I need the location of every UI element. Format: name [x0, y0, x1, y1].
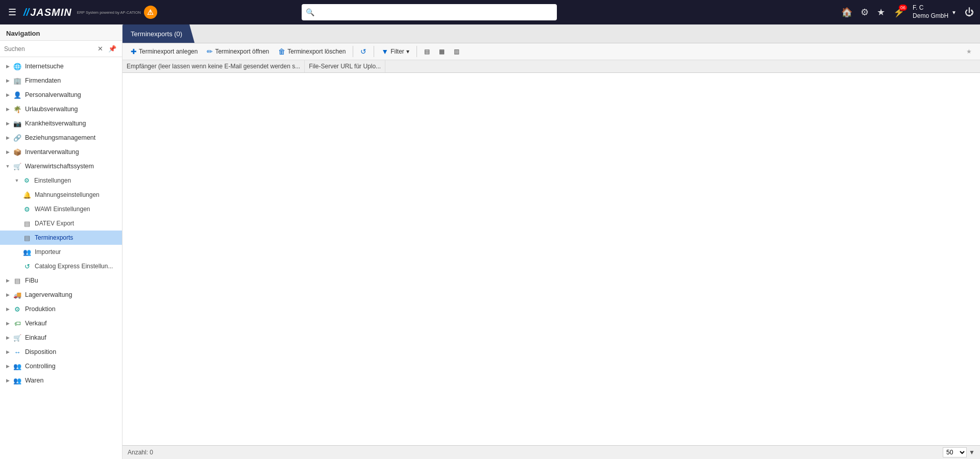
sidebar-item-einkauf[interactable]: ▶ 🛒 Einkauf	[0, 330, 122, 345]
sidebar-item-label: DATEV Export	[35, 220, 118, 227]
sidebar-item-label: Importeur	[35, 248, 118, 256]
chevron-icon: ▶	[5, 64, 10, 69]
favorite-button[interactable]: ★	[962, 46, 976, 57]
edit-label: Terminexport öffnen	[215, 48, 269, 55]
logo-name: JASMIN	[30, 7, 72, 18]
chevron-icon: ▶	[5, 321, 10, 326]
einstellungen-icon: ⚙	[22, 176, 31, 185]
hamburger-menu[interactable]: ☰	[6, 5, 18, 20]
view-list-button[interactable]: ▤	[420, 46, 434, 57]
sidebar-item-datev-export[interactable]: ▤ DATEV Export	[0, 216, 122, 231]
home-icon[interactable]: 🏠	[841, 7, 852, 18]
user-menu[interactable]: F. C Demo GmbH ▼	[913, 4, 957, 20]
edit-icon: ✏	[207, 47, 213, 56]
sidebar-item-internetsuche[interactable]: ▶ 🌐 Internetsuche	[0, 59, 122, 73]
favorites-icon[interactable]: ★	[877, 7, 885, 18]
tab-bar: Terminexports (0)	[122, 24, 980, 43]
tab-label: Terminexports (0)	[131, 30, 182, 38]
sidebar-item-warenwirtschaft[interactable]: ▼ 🛒 Warenwirtschaftssystem	[0, 159, 122, 173]
sidebar-item-krankheitsverwaltung[interactable]: ▶ 📷 Krankheitsverwaltung	[0, 116, 122, 131]
sidebar-item-label: Mahnungseinstellungen	[35, 191, 118, 198]
sidebar-item-verkauf[interactable]: ▶ 🏷 Verkauf	[0, 316, 122, 330]
waren-icon: 👥	[13, 376, 22, 385]
delete-button[interactable]: 🗑 Terminexport löschen	[274, 45, 350, 58]
settings-icon[interactable]: ⚙	[861, 7, 869, 18]
view-compact-button[interactable]: ▥	[450, 46, 463, 57]
produktion-icon: ⚙	[13, 304, 22, 314]
sidebar-item-personalverwaltung[interactable]: ▶ 👤 Personalverwaltung	[0, 88, 122, 102]
logo: // JASMIN ERP System powered by AP-CATIO…	[23, 6, 157, 19]
sidebar-search-pin[interactable]: 📌	[107, 44, 118, 54]
logo-subtext: ERP System powered by AP-CATION	[77, 10, 141, 15]
search-icon: 🔍	[306, 8, 314, 16]
add-button[interactable]: ✚ Terminexport anlegen	[127, 45, 202, 58]
edit-button[interactable]: ✏ Terminexport öffnen	[203, 45, 273, 58]
sidebar-item-wawi-einstellungen[interactable]: ⚙ WAWI Einstellungen	[0, 202, 122, 216]
sidebar-item-disposition[interactable]: ▶ ↔ Disposition	[0, 345, 122, 359]
data-grid: Empfänger (leer lassen wenn keine E-Mail…	[122, 60, 980, 73]
terminexports-icon: ▤	[22, 233, 32, 242]
fibu-icon: ▤	[13, 276, 22, 285]
refresh-button[interactable]: ↺	[356, 45, 371, 58]
sidebar-search-actions: ✕ 📌	[96, 44, 118, 54]
toolbar-separator-2	[374, 46, 374, 57]
sidebar-item-mahnungseinstellungen[interactable]: 🔔 Mahnungseinstellungen	[0, 188, 122, 202]
notification-count: 06	[899, 5, 907, 11]
sidebar-item-controlling[interactable]: ▶ 👥 Controlling	[0, 359, 122, 373]
sidebar-item-label: Controlling	[25, 363, 118, 370]
sidebar-item-catalog-express[interactable]: ↺ Catalog Express Einstellun...	[0, 259, 122, 273]
main-content: Terminexports (0) ✚ Terminexport anlegen…	[122, 24, 980, 459]
sidebar-item-lagerverwaltung[interactable]: ▶ 🚚 Lagerverwaltung	[0, 288, 122, 302]
power-icon[interactable]: ⏻	[965, 7, 974, 18]
sidebar-item-inventarverwaltung[interactable]: ▶ 📦 Inventarverwaltung	[0, 145, 122, 159]
sidebar-item-terminexports[interactable]: ▤ Terminexports	[0, 231, 122, 245]
global-search: 🔍	[302, 4, 557, 20]
delete-icon: 🗑	[278, 47, 285, 56]
topbar-right: 🏠 ⚙ ★ ⚡ 06 F. C Demo GmbH ▼ ⏻	[841, 4, 974, 20]
notification-badge[interactable]: ⚡ 06	[893, 7, 904, 18]
sidebar-search-clear[interactable]: ✕	[96, 44, 105, 54]
chevron-icon: ▶	[5, 78, 10, 83]
chevron-icon: ▶	[5, 135, 10, 140]
sidebar-item-fibu[interactable]: ▶ ▤ FiBu	[0, 273, 122, 288]
sidebar-search-input[interactable]	[4, 45, 94, 53]
filter-button[interactable]: ▼ Filter ▾	[377, 45, 413, 58]
chevron-icon: ▶	[5, 349, 10, 354]
data-grid-area[interactable]: Empfänger (leer lassen wenn keine E-Mail…	[122, 60, 980, 445]
user-chevron-icon: ▼	[951, 10, 957, 15]
statusbar-right: 50 100 200 ▼	[943, 447, 975, 457]
internetsuche-icon: 🌐	[13, 62, 22, 71]
urlaubsverwaltung-icon: 🌴	[13, 105, 22, 114]
page-size-chevron: ▼	[969, 449, 975, 456]
chevron-icon: ▶	[5, 335, 10, 340]
page-size-select[interactable]: 50 100 200	[943, 447, 967, 457]
view-grid-button[interactable]: ▦	[435, 46, 449, 57]
sidebar-item-beziehungsmanagement[interactable]: ▶ 🔗 Beziehungsmanagement	[0, 131, 122, 145]
sidebar-item-label: Einstellungen	[34, 177, 118, 184]
chevron-icon: ▶	[5, 292, 10, 297]
layout: Navigation ✕ 📌 ▶ 🌐 Internetsuche ▶ 🏢 Fir…	[0, 24, 980, 459]
sidebar-item-urlaubsverwaltung[interactable]: ▶ 🌴 Urlaubsverwaltung	[0, 102, 122, 116]
col-fileserver-label: File-Server URL für Uplo...	[309, 63, 381, 70]
tab-terminexports[interactable]: Terminexports (0)	[122, 24, 194, 43]
sidebar-item-einstellungen[interactable]: ▼ ⚙ Einstellungen	[0, 173, 122, 188]
sidebar-item-importeur[interactable]: 👥 Importeur	[0, 245, 122, 259]
topbar: ☰ // JASMIN ERP System powered by AP-CAT…	[0, 0, 980, 24]
chevron-icon: ▶	[5, 378, 10, 383]
user-info: F. C Demo GmbH	[913, 4, 948, 20]
sidebar-item-firmendaten[interactable]: ▶ 🏢 Firmendaten	[0, 73, 122, 88]
chevron-icon: ▶	[5, 364, 10, 369]
verkauf-icon: 🏷	[13, 319, 22, 328]
toolbar-separator-3	[416, 46, 417, 57]
search-input[interactable]	[302, 4, 557, 20]
sidebar-item-waren[interactable]: ▶ 👥 Waren	[0, 373, 122, 388]
sidebar-item-label: Verkauf	[25, 320, 118, 327]
col-empfaenger-label: Empfänger (leer lassen wenn keine E-Mail…	[127, 63, 300, 70]
sidebar-item-produktion[interactable]: ▶ ⚙ Produktion	[0, 302, 122, 316]
toolbar: ✚ Terminexport anlegen ✏ Terminexport öf…	[122, 43, 980, 60]
disposition-icon: ↔	[13, 347, 22, 356]
sidebar-nav: ▶ 🌐 Internetsuche ▶ 🏢 Firmendaten ▶ 👤 Pe…	[0, 57, 122, 459]
importeur-icon: 👥	[22, 247, 32, 257]
chevron-down-icon: ▼	[14, 178, 19, 183]
record-count: Anzahl: 0	[128, 449, 153, 456]
